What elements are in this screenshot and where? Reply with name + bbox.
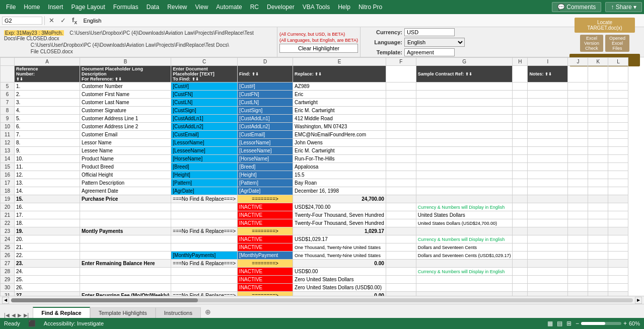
- header-sample-ref: Sample Contract Ref: ⬆⬇: [416, 66, 513, 83]
- col-header-K[interactable]: K: [588, 58, 608, 66]
- page-layout-view-button[interactable]: ▤: [557, 320, 562, 327]
- cell-ref-1[interactable]: 1.: [15, 83, 80, 91]
- formula-separator: [44, 16, 45, 25]
- hscroll-thumb: [11, 298, 198, 302]
- file-path-section: Exp: 31May23 : 3MoPrch. C:\Users\User\Dr…: [0, 27, 277, 57]
- header-empty-j: [568, 66, 588, 83]
- cell-j-1: [568, 83, 588, 91]
- col-header-H[interactable]: H: [513, 58, 528, 66]
- cell-placeholder-2[interactable]: [CustFN]: [171, 91, 238, 99]
- language-select[interactable]: English: [404, 38, 465, 47]
- excel-version-check-button[interactable]: Excel Version Check: [580, 35, 603, 52]
- scroll-right-button[interactable]: ▶: [635, 297, 642, 304]
- header-empty-f: [386, 66, 416, 83]
- col-header-L[interactable]: L: [608, 58, 628, 66]
- add-sheet-button[interactable]: ⊕: [201, 306, 215, 318]
- page-break-view-button[interactable]: ⊞: [566, 320, 571, 327]
- control-bar: Exp: 31May23 : 3MoPrch. C:\Users\User\Dr…: [0, 27, 644, 57]
- table-row: 18 14. Agreement Date [AgrDate] [AgrDate…: [1, 187, 628, 195]
- locate-target-button[interactable]: Locate TARGET.doc(x): [575, 18, 635, 33]
- header-doc-placeholder-desc: Document Placeholder LongDescriptionFor …: [80, 66, 171, 83]
- zoom-thumb: [581, 322, 605, 325]
- menu-nitro-pro[interactable]: Nitro Pro: [354, 2, 386, 13]
- menu-view[interactable]: View: [191, 2, 212, 13]
- tab-bar: |◀ ◀ ▶ ▶| Find & Replace Template Highli…: [0, 304, 644, 318]
- tab-nav-last[interactable]: ▶|: [24, 312, 29, 318]
- cell-replace-2[interactable]: Eric: [293, 91, 386, 99]
- col-header-G[interactable]: G: [416, 58, 513, 66]
- tab-instructions[interactable]: Instructions: [156, 307, 201, 318]
- zoom-in-button[interactable]: +: [623, 320, 627, 327]
- col-header-B[interactable]: B: [80, 58, 171, 66]
- currency-input[interactable]: [404, 28, 455, 36]
- tab-nav-next[interactable]: ▶: [18, 312, 22, 318]
- menu-file[interactable]: File: [2, 2, 20, 13]
- menu-home[interactable]: Home: [20, 2, 44, 13]
- cell-placeholder-1[interactable]: [Cust#]: [171, 83, 238, 91]
- status-bar: Ready ⬛ Accessibility: Investigate ▦ ▤ ⊞…: [0, 318, 644, 329]
- menu-review[interactable]: Review: [163, 2, 191, 13]
- opened-excel-files-button[interactable]: Opened Excel Files: [605, 35, 629, 52]
- cell-find-2[interactable]: [CustFN]: [238, 91, 293, 99]
- menu-developer[interactable]: Developer: [263, 2, 299, 13]
- currency-label: Currency:: [365, 29, 402, 35]
- tab-nav-first[interactable]: |◀: [4, 312, 10, 318]
- col-header-D[interactable]: D: [238, 58, 293, 66]
- row-num-header: [1, 66, 15, 83]
- clear-highlighter-button[interactable]: Clear Highlighter: [279, 44, 358, 53]
- cell-j-2: [568, 91, 588, 99]
- comments-button[interactable]: 💬 Comments: [552, 2, 601, 12]
- menu-automate[interactable]: Automate: [212, 2, 246, 13]
- cell-sample-1: [416, 83, 513, 91]
- cell-k-2: [588, 91, 608, 99]
- menu-formulas[interactable]: Formulas: [109, 2, 142, 13]
- menu-help[interactable]: Help: [334, 2, 354, 13]
- tab-find-replace[interactable]: Find & Replace: [33, 307, 90, 318]
- cell-replace-1[interactable]: AZ989: [293, 83, 386, 91]
- menu-page-layout[interactable]: Page Layout: [67, 2, 109, 13]
- zoom-out-button[interactable]: −: [576, 320, 579, 327]
- action-buttons-section: Locate TARGET.doc(x) Excel Version Check…: [565, 27, 644, 57]
- col-header-A[interactable]: A: [15, 58, 80, 66]
- col-header-E[interactable]: E: [293, 58, 386, 66]
- cell-l-1: [608, 83, 628, 91]
- header-empty-h: [513, 66, 528, 83]
- sheet-scroll[interactable]: A B C D E F G H I J K L Refe: [0, 57, 644, 296]
- col-header-J[interactable]: J: [568, 58, 588, 66]
- formula-input[interactable]: [81, 17, 642, 24]
- cell-ref-2[interactable]: 2.: [15, 91, 80, 99]
- menu-insert[interactable]: Insert: [44, 2, 67, 13]
- cell-name-input[interactable]: [2, 17, 42, 25]
- tab-template-highlights[interactable]: Template Highlights: [90, 307, 156, 318]
- insert-function-icon[interactable]: fx: [70, 16, 79, 25]
- cell-desc-1[interactable]: Customer Number: [80, 83, 171, 91]
- menu-data[interactable]: Data: [142, 2, 163, 13]
- zoom-slider[interactable]: [581, 322, 621, 325]
- corner-header: [1, 58, 15, 66]
- cell-h-1: [513, 83, 528, 91]
- cancel-formula-icon[interactable]: ✕: [47, 17, 56, 24]
- confirm-formula-icon[interactable]: ✓: [58, 17, 68, 24]
- col-header-F[interactable]: F: [386, 58, 416, 66]
- header-empty-l: [608, 66, 628, 83]
- tab-nav-prev[interactable]: ◀: [12, 312, 16, 318]
- share-button[interactable]: ↑ Share ▾: [605, 2, 642, 12]
- normal-view-button[interactable]: ▦: [547, 320, 553, 327]
- template-input[interactable]: [404, 48, 455, 56]
- cell-f-1: [386, 83, 416, 91]
- currency-row: Currency:: [365, 28, 465, 36]
- expiry-label: Exp: 31May23 : 3MoPrch.: [4, 30, 64, 36]
- menu-rc[interactable]: RC: [246, 2, 263, 13]
- scroll-left-button[interactable]: ◀: [2, 297, 9, 304]
- hscroll-track[interactable]: [11, 298, 633, 302]
- menu-vba-tools[interactable]: VBA Tools: [299, 2, 334, 13]
- hscroll-bar: ◀ ▶: [0, 296, 644, 304]
- col-header-I[interactable]: I: [528, 58, 568, 66]
- col-header-C[interactable]: C: [171, 58, 238, 66]
- table-row: 24 20. INACTIVE USD$1,029.17 Currency & …: [1, 235, 628, 243]
- cell-desc-2[interactable]: Customer First Name: [80, 91, 171, 99]
- template-label: Template:: [365, 49, 402, 55]
- cell-notes-2: [528, 91, 568, 99]
- table-row: 17 13. Pattern Description [Pattern] [Pa…: [1, 179, 628, 187]
- cell-find-1[interactable]: [Cust#]: [238, 83, 293, 91]
